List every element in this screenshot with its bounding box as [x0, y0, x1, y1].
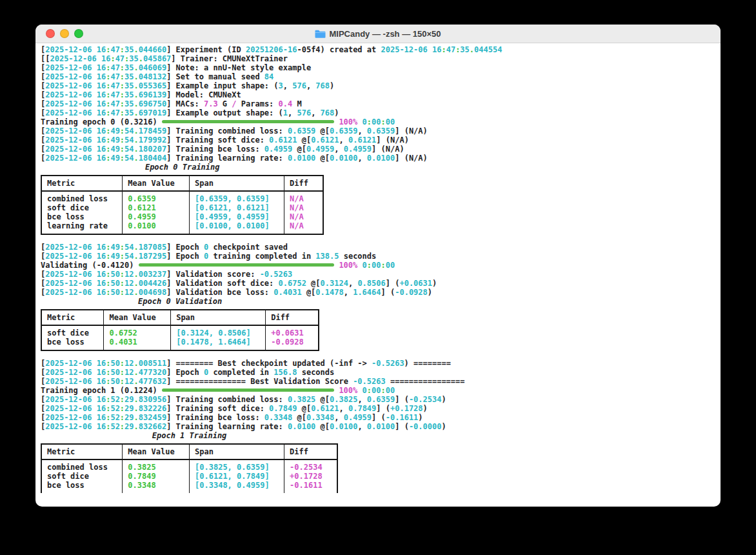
table-row: combined loss0.6359[0.6359, 0.6359]N/A [41, 191, 323, 203]
table-row: soft dice0.6752[0.3124, 0.8506]+0.0631 [41, 325, 319, 338]
table-cell: 0.4959 [123, 212, 190, 221]
log-line: [2025-12-06 16:47:35.696139] Model: CMUN… [41, 90, 715, 99]
log-line: [2025-12-06 16:49:54.179992] Training so… [41, 136, 715, 145]
metrics-table-block: Epoch 1 TrainingMetricMean ValueSpanDiff… [41, 431, 338, 493]
table-row: learning rate0.0100[0.0100, 0.0100]N/A [41, 221, 323, 234]
table-cell: [0.6121, 0.7849] [190, 472, 284, 481]
progress-bar [162, 120, 334, 123]
log-line: [2025-12-06 16:50:12.004426] Validation … [41, 279, 715, 288]
table-header-cell: Metric [41, 310, 104, 325]
log-line: [2025-12-06 16:47:35.055365] Example inp… [41, 81, 715, 90]
log-line: [2025-12-06 16:49:54.180404] Training le… [41, 154, 715, 163]
table-caption: Epoch 0 Training [41, 163, 324, 172]
log-line: [2025-12-06 16:47:35.696750] MACs: 7.3 G… [41, 99, 715, 108]
table-cell: -0.1611 [284, 481, 338, 493]
table-cell: N/A [284, 212, 324, 221]
folder-icon [315, 30, 326, 38]
table-cell: bce loss [41, 338, 104, 350]
window-title-text: MIPCandy — -zsh — 150×50 [329, 29, 441, 39]
table-header-cell: Diff [266, 310, 319, 325]
table-cell: -0.2534 [284, 459, 338, 472]
titlebar[interactable]: MIPCandy — -zsh — 150×50 [35, 25, 721, 43]
log-line: [2025-12-06 16:50:12.477632] ===========… [41, 377, 715, 386]
table-header-cell: Mean Value [104, 310, 171, 325]
progress-bar [139, 263, 334, 267]
table-cell: [0.3124, 0.8506] [171, 325, 266, 338]
progress-line: Training epoch 0 (0.3216) 100% 0:00:00 [41, 117, 715, 126]
table-cell: [0.3825, 0.6359] [190, 459, 284, 472]
close-button[interactable] [46, 29, 55, 38]
log-line: [2025-12-06 16:49:54.180207] Training bc… [41, 145, 715, 154]
table-header-cell: Span [190, 444, 284, 459]
table-cell: 0.3825 [123, 459, 190, 472]
terminal-window: MIPCandy — -zsh — 150×50 [2025-12-06 16:… [35, 25, 721, 507]
table-row: bce loss0.4031[0.1478, 1.6464]-0.0928 [41, 338, 319, 350]
table-cell: 0.6359 [123, 191, 190, 203]
log-line: [2025-12-06 16:47:35.697019] Example out… [41, 108, 715, 117]
table-cell: -0.0928 [266, 338, 319, 350]
table-row: soft dice0.6121[0.6121, 0.6121]N/A [41, 203, 323, 212]
table-cell: [0.6121, 0.6121] [190, 203, 284, 212]
table-cell: 0.7849 [123, 472, 190, 481]
progress-line: Validating (-0.4120) 100% 0:00:00 [41, 261, 715, 270]
table-header-cell: Span [171, 310, 266, 325]
table-caption: Epoch 1 Training [41, 431, 338, 440]
table-cell: 0.4031 [104, 338, 171, 350]
log-line: [2025-12-06 16:47:35.046069] Note: a nnU… [41, 63, 715, 72]
table-cell: combined loss [41, 459, 123, 472]
table-cell: [0.4959, 0.4959] [190, 212, 284, 221]
log-line: [[2025-12-06 16:47:35.045867] Trainer: C… [41, 54, 715, 63]
log-line: [2025-12-06 16:47:35.044660] Experiment … [41, 45, 715, 54]
table-cell: 0.6121 [123, 203, 190, 212]
log-line: [2025-12-06 16:49:54.178459] Training co… [41, 126, 715, 136]
table-row: bce loss0.3348[0.3348, 0.4959]-0.1611 [41, 481, 337, 493]
table-cell: N/A [284, 203, 324, 212]
table-cell: [0.0100, 0.0100] [190, 221, 284, 234]
table-cell: soft dice [41, 203, 123, 212]
table-cell: +0.0631 [266, 325, 319, 338]
traffic-lights [46, 25, 83, 43]
window-title: MIPCandy — -zsh — 150×50 [315, 29, 441, 39]
metrics-table: MetricMean ValueSpanDiffcombined loss0.6… [41, 175, 324, 235]
log-line: [2025-12-06 16:52:29.832662] Training le… [41, 422, 715, 431]
table-header-cell: Mean Value [123, 444, 190, 459]
table-cell: N/A [284, 221, 324, 234]
table-header-cell: Diff [284, 176, 324, 191]
table-cell: [0.6359, 0.6359] [190, 191, 284, 203]
table-cell: 0.6752 [104, 325, 171, 338]
log-line: [2025-12-06 16:49:54.187085] Epoch 0 che… [41, 243, 715, 252]
metrics-table: MetricMean ValueSpanDiffcombined loss0.3… [41, 443, 338, 493]
log-line: [2025-12-06 16:52:29.832226] Training so… [41, 404, 715, 413]
log-line: [2025-12-06 16:50:12.008511] ======== Be… [41, 359, 715, 368]
table-header-cell: Mean Value [123, 176, 190, 191]
zoom-button[interactable] [74, 29, 83, 38]
table-cell: 0.0100 [123, 221, 190, 234]
log-line: [2025-12-06 16:52:29.832459] Training bc… [41, 413, 715, 422]
table-cell: N/A [284, 191, 324, 203]
table-cell: learning rate [41, 221, 123, 234]
table-row: bce loss0.4959[0.4959, 0.4959]N/A [41, 212, 323, 221]
log-line: [2025-12-06 16:50:12.003237] Validation … [41, 270, 715, 279]
terminal-output[interactable]: [2025-12-06 16:47:35.044660] Experiment … [35, 43, 721, 507]
table-header-cell: Metric [41, 176, 123, 191]
table-row: soft dice0.7849[0.6121, 0.7849]+0.1728 [41, 472, 337, 481]
table-cell: combined loss [41, 191, 123, 203]
table-cell: +0.1728 [284, 472, 338, 481]
table-cell: 0.3348 [123, 481, 190, 493]
progress-bar [162, 388, 334, 392]
metrics-table-block: Epoch 0 ValidationMetricMean ValueSpanDi… [41, 297, 319, 351]
table-cell: bce loss [41, 212, 123, 221]
table-cell: [0.1478, 1.6464] [171, 338, 266, 350]
table-cell: bce loss [41, 481, 123, 493]
table-caption: Epoch 0 Validation [41, 297, 319, 306]
table-cell: soft dice [41, 325, 104, 338]
log-line: [2025-12-06 16:50:12.477320] Epoch 0 com… [41, 368, 715, 377]
log-line: [2025-12-06 16:52:29.830956] Training co… [41, 395, 715, 404]
table-header-cell: Metric [41, 444, 123, 459]
log-line: [2025-12-06 16:50:12.004698] Validation … [41, 288, 715, 297]
minimize-button[interactable] [60, 29, 69, 38]
table-header-cell: Span [190, 176, 284, 191]
table-row: combined loss0.3825[0.3825, 0.6359]-0.25… [41, 459, 337, 472]
table-header-cell: Diff [284, 444, 338, 459]
metrics-table-block: Epoch 0 TrainingMetricMean ValueSpanDiff… [41, 163, 324, 235]
